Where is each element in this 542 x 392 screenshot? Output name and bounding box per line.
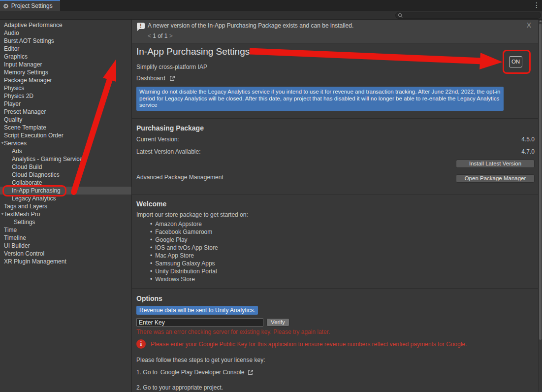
page-subtitle: Simplify cross-platform IAP [136, 64, 207, 70]
scroll-up-icon[interactable] [539, 20, 542, 22]
banner-pager: < 1 of 1 > [148, 33, 173, 39]
install-latest-version-button[interactable]: Install Latest Version [456, 160, 535, 168]
sidebar-item-xr-plugin-management[interactable]: XR Plugin Management [0, 258, 131, 265]
sidebar-item-analytics-gaming-services[interactable]: Analytics - Gaming Services [0, 155, 131, 163]
step-1: 1. Go to Google Play Developer Console [136, 369, 254, 376]
latest-version-value: 4.7.0 [521, 148, 535, 155]
sidebar-item-burst-aot-settings[interactable]: Burst AOT Settings [0, 37, 131, 45]
dashboard-link[interactable]: Dashboard [136, 75, 175, 82]
sidebar-item-cloud-build[interactable]: Cloud Build [0, 163, 131, 171]
store-item: iOS and tvOs App Store [150, 244, 218, 252]
sidebar-item-input-manager[interactable]: Input Manager [0, 61, 131, 68]
sidebar-item-preset-manager[interactable]: Preset Manager [0, 108, 131, 116]
section-divider [132, 288, 538, 289]
sidebar-item-editor[interactable]: Editor [0, 45, 131, 53]
sidebar-item-textmesh-pro[interactable]: TextMesh Pro [0, 210, 131, 218]
dashboard-label: Dashboard [136, 75, 165, 82]
sidebar-item-physics[interactable]: Physics [0, 84, 131, 92]
settings-sidebar: Adaptive Performance Audio Burst AOT Set… [0, 20, 131, 392]
google-public-key-warning: Please enter your Google Public Key for … [151, 341, 467, 348]
sidebar-item-timeline[interactable]: Timeline [0, 234, 131, 242]
current-version-label: Current Version: [136, 136, 179, 143]
store-item: Mac App Store [150, 252, 218, 260]
gear-icon: ⚙ [3, 3, 9, 9]
open-package-manager-button[interactable]: Open Package Manager [456, 174, 535, 183]
key-check-error-text: There was an error checking server for e… [136, 328, 330, 335]
google-play-developer-console-link[interactable]: Google Play Developer Console [160, 369, 245, 376]
store-item: Samsung Galaxy Apps [150, 260, 218, 267]
sidebar-item-collaborate[interactable]: Collaborate [0, 179, 131, 187]
advanced-package-management-label: Advanced Package Management [136, 174, 223, 181]
latest-version-label: Latest Version Available: [136, 148, 201, 155]
pager-next-icon[interactable]: > [169, 33, 173, 39]
current-version-value: 4.5.0 [521, 136, 535, 143]
sidebar-item-physics-2d[interactable]: Physics 2D [0, 92, 131, 100]
tab-title: Project Settings [11, 2, 53, 9]
sidebar-item-legacy-analytics[interactable]: Legacy Analytics [0, 195, 131, 202]
license-key-input[interactable] [136, 318, 263, 327]
revenue-analytics-badge: Revenue data will be sent to Unity Analy… [136, 306, 258, 315]
tab-project-settings[interactable]: ⚙ Project Settings [0, 0, 60, 11]
sidebar-item-audio[interactable]: Audio [0, 29, 131, 37]
sidebar-item-time[interactable]: Time [0, 226, 131, 234]
search-icon [398, 13, 402, 17]
sidebar-item-ads[interactable]: Ads [0, 147, 131, 155]
sidebar-item-textmesh-settings[interactable]: Settings [0, 218, 131, 226]
legacy-analytics-warning: Warning do not disable the Legacy Analyt… [136, 87, 504, 111]
license-steps-intro: Please follow these steps to get your li… [136, 357, 265, 363]
console-warning-icon: ! [137, 23, 145, 29]
project-settings-window: ⚙ Project Settings ⋮ Adaptive Performanc… [0, 0, 542, 392]
sidebar-item-services[interactable]: Services [0, 139, 131, 147]
service-on-toggle[interactable]: ON [509, 56, 522, 67]
external-link-icon [169, 75, 175, 82]
step-2-text: 2. Go to your appropriate project. [136, 384, 223, 391]
error-info-icon: i [136, 339, 146, 349]
store-item: Unity Distribution Portal [150, 267, 218, 275]
options-heading: Options [136, 294, 162, 302]
tab-bar: ⚙ Project Settings ⋮ [0, 0, 542, 11]
close-icon[interactable]: X [527, 21, 531, 29]
page-title: In-App Purchasing Settings [136, 46, 250, 57]
vertical-scrollbar [538, 20, 542, 392]
main-panel: ! A newer version of the In-App Purchasi… [132, 20, 538, 392]
store-list: Amazon Appstore Facebook Gameroom Google… [150, 220, 218, 283]
sidebar-item-memory-settings[interactable]: Memory Settings [0, 68, 131, 76]
kebab-menu-icon[interactable]: ⋮ [533, 1, 540, 9]
store-item: Google Play [150, 236, 218, 244]
toolbar [0, 11, 542, 20]
scrollbar-thumb[interactable] [539, 24, 542, 340]
step-1-prefix: 1. Go to [136, 369, 158, 376]
banner-message: A newer version of the In-App Purchasing… [148, 22, 353, 29]
sidebar-item-cloud-diagnostics[interactable]: Cloud Diagnostics [0, 171, 131, 179]
verify-button[interactable]: Verify [266, 318, 289, 327]
welcome-heading: Welcome [136, 200, 166, 208]
sidebar-item-tags-and-layers[interactable]: Tags and Layers [0, 202, 131, 210]
notification-banner: ! A newer version of the In-App Purchasi… [132, 20, 538, 43]
sidebar-item-quality[interactable]: Quality [0, 116, 131, 124]
store-item: Facebook Gameroom [150, 228, 218, 236]
section-divider [132, 195, 538, 195]
store-item: Amazon Appstore [150, 220, 218, 228]
search-input[interactable] [395, 12, 541, 19]
sidebar-item-scene-template[interactable]: Scene Template [0, 124, 131, 131]
sidebar-item-package-manager[interactable]: Package Manager [0, 76, 131, 84]
purchasing-package-heading: Purchasing Package [136, 124, 204, 132]
pager-prev-icon[interactable]: < [148, 33, 151, 39]
welcome-intro: Import our store package to get started … [136, 211, 248, 218]
sidebar-item-in-app-purchasing[interactable]: In-App Purchasing [0, 187, 131, 195]
store-item: Windows Store [150, 275, 218, 283]
sidebar-item-version-control[interactable]: Version Control [0, 250, 131, 258]
sidebar-item-script-execution-order[interactable]: Script Execution Order [0, 131, 131, 139]
sidebar-item-ui-builder[interactable]: UI Builder [0, 242, 131, 250]
sidebar-item-graphics[interactable]: Graphics [0, 53, 131, 61]
step-2: 2. Go to your appropriate project. [136, 384, 223, 391]
external-link-icon [247, 369, 254, 376]
section-divider [132, 118, 538, 119]
sidebar-item-player[interactable]: Player [0, 100, 131, 108]
pager-count: 1 of 1 [153, 33, 167, 39]
sidebar-item-adaptive-performance[interactable]: Adaptive Performance [0, 21, 131, 29]
